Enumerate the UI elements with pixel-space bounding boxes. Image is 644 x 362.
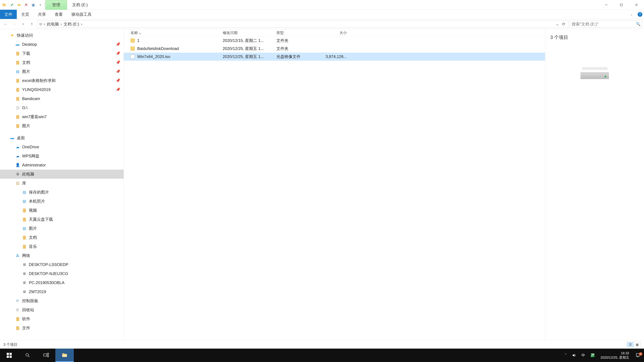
maximize-button[interactable] — [614, 0, 629, 10]
search-input[interactable] — [570, 22, 634, 26]
qat-dropdown-icon[interactable]: ▾ — [37, 1, 44, 8]
svg-rect-8 — [40, 25, 42, 25]
nav-item[interactable]: ▤本机照片 — [0, 197, 124, 206]
nav-item[interactable]: 🖥DESKTOP-NJEU3CG — [0, 269, 124, 278]
nav-item[interactable]: ☁WPS网盘 — [0, 151, 124, 161]
nav-item[interactable]: ▇win7重装win7 — [0, 112, 124, 121]
address-bar[interactable]: › 此电脑 › 文档 (E:) › ⌄ ⟳ — [37, 20, 568, 28]
nav-label: 图片 — [22, 69, 30, 74]
view-thumbnails-button[interactable]: ▦ — [634, 342, 640, 347]
col-size-header[interactable]: 大小 — [322, 30, 350, 35]
minimize-button[interactable] — [599, 0, 614, 10]
help-button[interactable]: ? — [636, 10, 644, 19]
start-button[interactable] — [0, 349, 18, 362]
nav-item[interactable]: 🖧网络 — [0, 251, 124, 260]
nav-item[interactable]: ▇软件 — [0, 314, 124, 324]
nav-item[interactable]: ▤图片📌 — [0, 67, 124, 76]
nav-label: win7重装win7 — [22, 114, 47, 119]
search-box[interactable]: 🔍 — [570, 20, 642, 28]
nav-item[interactable]: 🗑回收站 — [0, 305, 124, 314]
nav-item[interactable]: ▇YUNQISHI2019📌 — [0, 85, 124, 94]
nav-item[interactable]: ◳G:\ — [0, 103, 124, 112]
qat-app-icon[interactable] — [1, 1, 8, 8]
nav-item[interactable]: ▇音乐 — [0, 242, 124, 251]
qat-folder-icon[interactable] — [16, 1, 22, 8]
nav-label: 图片 — [22, 123, 30, 129]
folder-icon: ▇ — [15, 87, 20, 92]
address-dropdown-icon[interactable]: ⌄ — [554, 22, 560, 26]
status-bar: 3 个项目 ☰ ▦ — [0, 340, 644, 349]
nav-item[interactable]: ▬Desktop📌 — [0, 40, 124, 49]
file-row[interactable]: Win7x64_2020.iso2020/12/25, 星期五 1...光盘映像… — [124, 53, 545, 61]
col-date-header[interactable]: 修改日期 — [223, 30, 276, 35]
clock[interactable]: 16:32 2020/12/25, 星期五 — [598, 351, 632, 360]
task-view-button[interactable] — [37, 349, 55, 362]
folder-icon: ▇ — [22, 217, 27, 222]
file-row[interactable]: BaiduNetdiskDownload2020/12/25, 星期五 1...… — [124, 44, 545, 53]
qat-settings-icon[interactable]: ◉ — [30, 1, 36, 8]
refresh-icon[interactable]: ⟳ — [561, 22, 567, 26]
context-tab-manage[interactable]: 管理 — [45, 0, 67, 10]
status-text: 3 个项目 — [3, 342, 18, 347]
file-name: BaiduNetdiskDownload — [137, 46, 179, 51]
desktop-header[interactable]: ▬ 桌面 — [0, 133, 124, 142]
nav-forward-button[interactable]: → — [11, 20, 18, 28]
nav-item[interactable]: ▇Bandicam — [0, 94, 124, 103]
nav-item[interactable]: 🖥ZMT2019 — [0, 287, 124, 296]
nav-item[interactable]: ▇天翼云盘下载 — [0, 215, 124, 224]
search-button[interactable] — [18, 349, 37, 362]
nav-item[interactable]: ▇文档 — [0, 233, 124, 242]
ime-indicator[interactable]: 中 — [579, 349, 588, 362]
tray-expand-icon[interactable]: ˄ — [562, 349, 569, 362]
taskbar-file-explorer[interactable] — [55, 349, 74, 362]
chevron-right-icon[interactable]: › — [60, 22, 62, 26]
ribbon-tab-view[interactable]: 查看 — [50, 10, 67, 19]
search-icon[interactable]: 🔍 — [634, 22, 642, 26]
nav-item[interactable]: ▇excel表格制作求和📌 — [0, 76, 124, 85]
ribbon-tab-home[interactable]: 主页 — [17, 10, 34, 19]
nav-item[interactable]: ☁OneDrive — [0, 142, 124, 151]
nav-label: 快速访问 — [17, 33, 33, 38]
qat-checkbox-icon[interactable]: ✔ — [9, 1, 15, 8]
breadcrumb-current[interactable]: 文档 (E:) — [63, 21, 80, 27]
nav-up-button[interactable]: ↑ — [28, 20, 36, 28]
nav-item[interactable]: ▥库 — [0, 179, 124, 188]
file-name: Win7x64_2020.iso — [137, 54, 170, 59]
nav-item[interactable]: 🖥此电脑 — [0, 170, 124, 179]
chevron-right-icon[interactable]: › — [81, 22, 82, 26]
breadcrumb-this-pc[interactable]: 此电脑 — [46, 21, 60, 27]
nav-label: Bandicam — [22, 96, 40, 101]
nav-item[interactable]: 👤Administrator — [0, 161, 124, 170]
nav-back-button[interactable]: ← — [2, 20, 10, 28]
nav-item[interactable]: ▤保存的图片 — [0, 188, 124, 197]
nav-item[interactable]: ⛭控制面板 — [0, 296, 124, 305]
close-button[interactable] — [629, 0, 644, 10]
nav-item[interactable]: ▇图片 — [0, 121, 124, 130]
nav-item[interactable]: ▤图片 — [0, 224, 124, 233]
file-row[interactable]: 12020/12/15, 星期二 1...文件夹 — [124, 36, 545, 44]
view-mode-toggle: ☰ ▦ — [627, 342, 641, 347]
ribbon-tab-drive-tools[interactable]: 驱动器工具 — [67, 10, 96, 19]
col-type-header[interactable]: 类型 — [276, 30, 322, 35]
notification-center[interactable]: 3 — [632, 353, 644, 358]
nav-item[interactable]: ▇视频 — [0, 206, 124, 215]
separator — [44, 2, 44, 8]
nav-history-dropdown[interactable]: ▾ — [20, 20, 27, 28]
nav-item[interactable]: ▇文档📌 — [0, 58, 124, 67]
tray-app-icon[interactable] — [588, 349, 598, 362]
col-name-label: 名称 — [130, 31, 138, 35]
nav-item[interactable]: ▇文件 — [0, 324, 124, 333]
quick-access-header[interactable]: ★ 快速访问 — [0, 31, 124, 40]
ribbon-expand-icon[interactable]: ⌄ — [626, 10, 636, 19]
ribbon-tab-file[interactable]: 文件 — [0, 10, 17, 19]
view-details-button[interactable]: ☰ — [627, 342, 634, 347]
col-name-header[interactable]: 名称 ▲ — [124, 30, 223, 35]
volume-icon[interactable] — [569, 349, 579, 362]
nav-item[interactable]: 🖥DESKTOP-LSSOEDP — [0, 260, 124, 269]
nav-item[interactable]: 🖥PC-20190530OBLA — [0, 278, 124, 287]
nav-item[interactable]: ▇下载📌 — [0, 49, 124, 58]
chevron-right-icon[interactable]: › — [44, 22, 45, 26]
qat-delete-icon[interactable]: ✕ — [23, 1, 29, 8]
ribbon-tab-share[interactable]: 共享 — [34, 10, 50, 19]
folder-icon: ▇ — [15, 326, 20, 331]
